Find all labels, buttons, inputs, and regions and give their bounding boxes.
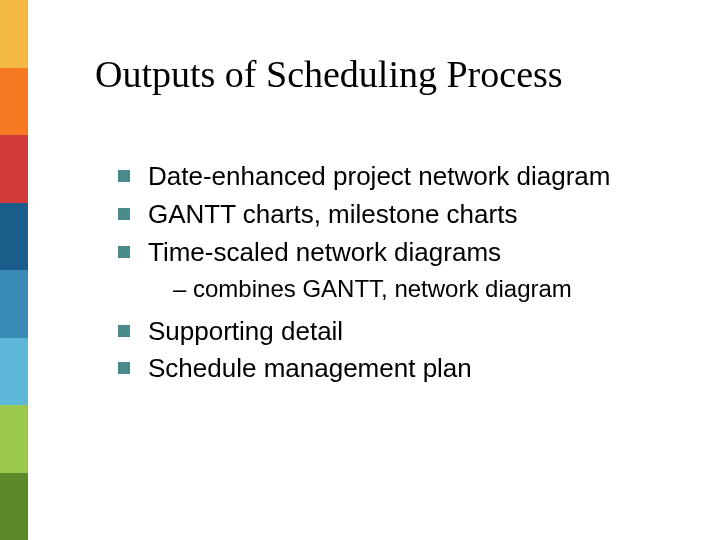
sub-bullet-text: – combines GANTT, network diagram <box>173 275 572 302</box>
square-bullet-icon <box>118 246 130 258</box>
bullet-item: Date-enhanced project network diagram <box>118 160 688 194</box>
sidebar-stripe <box>0 405 28 473</box>
bullet-text: GANTT charts, milestone charts <box>148 198 517 232</box>
sidebar-stripe <box>0 203 28 271</box>
sidebar-stripe <box>0 473 28 541</box>
bullet-item: GANTT charts, milestone charts <box>118 198 688 232</box>
bullet-text: Time-scaled network diagrams <box>148 236 501 270</box>
sidebar-stripe <box>0 338 28 406</box>
bullet-text: Date-enhanced project network diagram <box>148 160 610 194</box>
decorative-sidebar <box>0 0 28 540</box>
square-bullet-icon <box>118 170 130 182</box>
slide-title: Outputs of Scheduling Process <box>95 52 563 96</box>
bullet-text: Schedule management plan <box>148 352 472 386</box>
square-bullet-icon <box>118 362 130 374</box>
square-bullet-icon <box>118 208 130 220</box>
sub-bullet-item: – combines GANTT, network diagram <box>173 273 688 304</box>
sidebar-stripe <box>0 270 28 338</box>
sidebar-stripe <box>0 68 28 136</box>
sidebar-stripe <box>0 135 28 203</box>
sidebar-stripe <box>0 0 28 68</box>
bullet-item: Schedule management plan <box>118 352 688 386</box>
bullet-item: Time-scaled network diagrams <box>118 236 688 270</box>
bullet-item: Supporting detail <box>118 315 688 349</box>
square-bullet-icon <box>118 325 130 337</box>
slide-content: Date-enhanced project network diagram GA… <box>118 160 688 390</box>
bullet-text: Supporting detail <box>148 315 343 349</box>
